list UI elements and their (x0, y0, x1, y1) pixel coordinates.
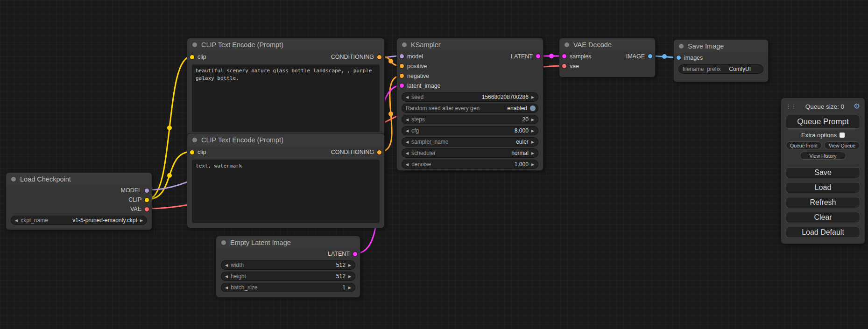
decrement-arrow-icon[interactable]: ◀ (15, 218, 18, 223)
view-queue-button[interactable]: View Queue (824, 141, 860, 149)
input-label-vae: vae (570, 63, 579, 70)
node-title-bar[interactable]: CLIP Text Encode (Prompt) (187, 38, 384, 51)
width-widget[interactable]: ◀ width 512 ▶ (221, 260, 355, 270)
ckpt-name-widget[interactable]: ◀ ckpt_name v1-5-pruned-emaonly.ckpt ▶ (11, 216, 147, 225)
slot-row: VAE (6, 204, 152, 214)
collapse-dot-icon[interactable] (679, 44, 684, 49)
decrement-arrow-icon[interactable]: ◀ (406, 95, 409, 99)
load-default-button[interactable]: Load Default (786, 227, 860, 238)
cfg-widget[interactable]: ◀ cfg 8.000 ▶ (402, 126, 538, 135)
extra-options-checkbox[interactable] (840, 133, 845, 138)
output-label-latent: LATENT (328, 251, 350, 257)
decrement-arrow-icon[interactable]: ◀ (225, 274, 228, 279)
extra-options-label: Extra options (801, 132, 837, 139)
node-save-image[interactable]: Save Image images filename_prefix ComfyU… (673, 39, 769, 82)
node-vae-decode[interactable]: VAE Decode samples IMAGE vae (559, 38, 656, 77)
vae-output-port[interactable] (145, 207, 149, 211)
increment-arrow-icon[interactable]: ▶ (531, 140, 534, 144)
conditioning-output-port[interactable] (377, 150, 381, 154)
increment-arrow-icon[interactable]: ▶ (531, 129, 534, 133)
model-output-port[interactable] (145, 189, 149, 193)
node-clip-text-encode-negative[interactable]: CLIP Text Encode (Prompt) clip CONDITION… (187, 133, 385, 228)
widget-name: scheduler (411, 150, 436, 156)
clear-button[interactable]: Clear (786, 212, 860, 223)
prompt-textarea[interactable]: text, watermark (192, 160, 380, 223)
sampler-name-widget[interactable]: ◀ sampler_name euler ▶ (402, 137, 538, 147)
increment-arrow-icon[interactable]: ▶ (531, 118, 534, 122)
decrement-arrow-icon[interactable]: ◀ (406, 129, 409, 133)
queue-front-button[interactable]: Queue Front (786, 141, 822, 149)
increment-arrow-icon[interactable]: ▶ (348, 286, 351, 290)
node-title-bar[interactable]: Save Image (674, 40, 768, 53)
increment-arrow-icon[interactable]: ▶ (140, 218, 143, 223)
random-seed-toggle-widget[interactable]: Random seed after every gen enabled (402, 104, 538, 113)
node-title-bar[interactable]: Load Checkpoint (6, 173, 152, 186)
height-widget[interactable]: ◀ height 512 ▶ (221, 272, 355, 281)
collapse-dot-icon[interactable] (402, 42, 407, 47)
node-clip-text-encode-positive[interactable]: CLIP Text Encode (Prompt) clip CONDITION… (187, 38, 385, 137)
latent-output-port[interactable] (353, 252, 357, 256)
collapse-dot-icon[interactable] (192, 138, 197, 142)
output-label-conditioning: CONDITIONING (331, 149, 374, 155)
clip-input-port[interactable] (190, 150, 194, 154)
decrement-arrow-icon[interactable]: ◀ (225, 286, 228, 290)
save-button[interactable]: Save (786, 167, 860, 178)
node-empty-latent-image[interactable]: Empty Latent Image LATENT ◀ width 512 ▶ … (216, 236, 360, 298)
input-label-samples: samples (570, 53, 592, 60)
node-title-bar[interactable]: VAE Decode (559, 38, 655, 51)
increment-arrow-icon[interactable]: ▶ (348, 274, 351, 279)
decrement-arrow-icon[interactable]: ◀ (406, 140, 409, 144)
decrement-arrow-icon[interactable]: ◀ (225, 263, 228, 267)
view-history-button[interactable]: View History (800, 152, 846, 160)
node-title-bar[interactable]: CLIP Text Encode (Prompt) (187, 133, 384, 147)
graph-canvas[interactable]: Load Checkpoint MODEL CLIP VAE ◀ ckpt_na… (0, 0, 868, 329)
node-title-bar[interactable]: KSampler (397, 38, 543, 51)
image-output-port[interactable] (648, 54, 652, 58)
seed-widget[interactable]: ◀ seed 156680208700286 ▶ (402, 92, 538, 102)
load-button[interactable]: Load (786, 182, 860, 193)
increment-arrow-icon[interactable]: ▶ (348, 263, 351, 267)
images-input-port[interactable] (677, 56, 681, 60)
queue-size-label: Queue size: 0 (796, 103, 854, 110)
prompt-textarea[interactable]: beautiful scenery nature glass bottle la… (192, 64, 380, 132)
decrement-arrow-icon[interactable]: ◀ (406, 118, 409, 122)
latent-output-port[interactable] (536, 54, 540, 58)
settings-gear-icon[interactable]: ⚙ (854, 103, 860, 110)
positive-input-port[interactable] (400, 64, 404, 68)
drag-handle-icon[interactable]: ⋮⋮ (786, 104, 796, 110)
toggle-knob-icon[interactable] (530, 105, 536, 111)
collapse-dot-icon[interactable] (192, 42, 197, 47)
negative-input-port[interactable] (400, 74, 404, 78)
batch-size-widget[interactable]: ◀ batch_size 1 ▶ (221, 283, 355, 292)
filename-prefix-widget[interactable]: filename_prefix ComfyUI (678, 64, 763, 74)
increment-arrow-icon[interactable]: ▶ (531, 95, 534, 99)
queue-prompt-button[interactable]: Queue Prompt (786, 115, 860, 129)
decrement-arrow-icon[interactable]: ◀ (406, 151, 409, 155)
node-title-bar[interactable]: Empty Latent Image (216, 236, 360, 249)
widget-value: 512 (336, 262, 346, 268)
clip-output-port[interactable] (145, 198, 149, 202)
widget-name: width (231, 262, 244, 268)
collapse-dot-icon[interactable] (11, 177, 16, 182)
samples-input-port[interactable] (562, 54, 566, 58)
model-input-port[interactable] (400, 54, 404, 58)
decrement-arrow-icon[interactable]: ◀ (406, 162, 409, 167)
slot-row: CLIP (6, 195, 152, 204)
increment-arrow-icon[interactable]: ▶ (531, 151, 534, 155)
vae-input-port[interactable] (562, 64, 566, 68)
scheduler-widget[interactable]: ◀ scheduler normal ▶ (402, 148, 538, 158)
clip-input-port[interactable] (190, 55, 194, 59)
denoise-widget[interactable]: ◀ denoise 1.000 ▶ (402, 160, 538, 169)
output-label-model: MODEL (121, 187, 141, 194)
node-load-checkpoint[interactable]: Load Checkpoint MODEL CLIP VAE ◀ ckpt_na… (6, 172, 152, 230)
node-ksampler[interactable]: KSampler model LATENT positive negative (396, 38, 543, 171)
latent-image-input-port[interactable] (400, 84, 404, 88)
conditioning-output-port[interactable] (377, 55, 381, 59)
collapse-dot-icon[interactable] (565, 42, 569, 47)
refresh-button[interactable]: Refresh (786, 197, 860, 208)
steps-widget[interactable]: ◀ steps 20 ▶ (402, 115, 538, 124)
collapse-dot-icon[interactable] (221, 240, 226, 245)
increment-arrow-icon[interactable]: ▶ (531, 162, 534, 167)
widget-name: denoise (411, 161, 431, 168)
link-dot (549, 54, 554, 58)
